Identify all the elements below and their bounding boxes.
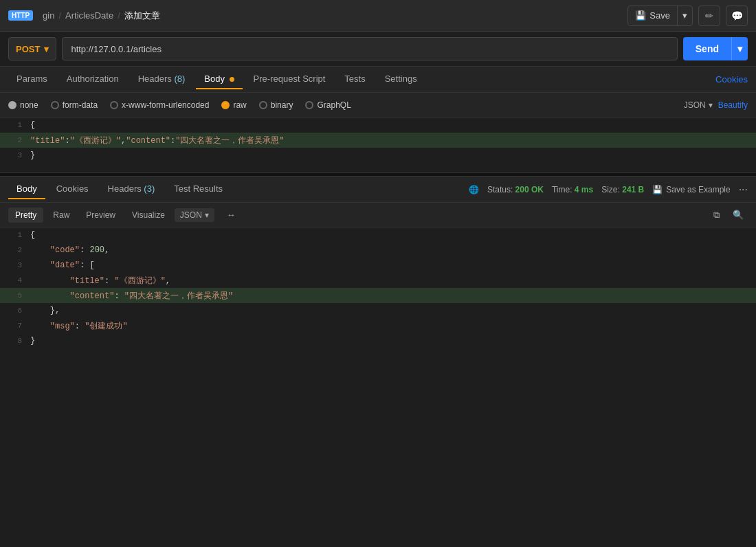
response-body-editor: 1 { 2 "code": 200, 3 "date": [ 4 "title"… [0, 227, 756, 348]
fmt-tab-raw[interactable]: Raw [46, 208, 76, 223]
url-bar: POST ▾ Send ▾ [0, 32, 756, 67]
response-header: Body Cookies Headers (3) Test Results 🌐 … [0, 177, 756, 203]
breadcrumb-gin[interactable]: gin [43, 10, 54, 21]
time-value: 4 ms [575, 185, 593, 194]
breadcrumb-sep-2: / [118, 10, 120, 21]
method-label: POST [16, 44, 40, 54]
resp-line-4: 4 "title": "《西游记》", [0, 273, 756, 288]
radio-raw [221, 101, 230, 109]
format-select[interactable]: JSON ▾ [175, 208, 214, 222]
tab-params[interactable]: Params [8, 69, 56, 89]
tab-settings[interactable]: Settings [377, 69, 425, 89]
option-raw[interactable]: raw [221, 100, 246, 110]
body-dot [230, 77, 234, 82]
cookies-link[interactable]: Cookies [715, 74, 748, 85]
app-logo: HTTP [8, 10, 33, 21]
beautify-button[interactable]: Beautify [718, 100, 748, 110]
method-select[interactable]: POST ▾ [8, 37, 56, 60]
send-main[interactable]: Send [683, 37, 732, 60]
tab-tests[interactable]: Tests [336, 69, 373, 89]
resp-line-6: 6 }, [0, 303, 756, 318]
search-button[interactable]: 🔍 [729, 207, 748, 223]
pencil-button[interactable]: ✏ [698, 5, 720, 26]
resp-line-8: 8 } [0, 333, 756, 348]
radio-urlencoded [110, 101, 118, 109]
json-chevron-icon: ▾ [709, 100, 713, 110]
resp-tab-body[interactable]: Body [8, 179, 45, 199]
breadcrumb: gin / ArticlesDate / 添加文章 [43, 10, 160, 22]
resp-line-7: 7 "msg": "创建成功" [0, 318, 756, 333]
response-status: 🌐 Status: 200 OK Time: 4 ms Size: 241 B … [469, 183, 748, 196]
save-example-button[interactable]: 💾 Save as Example [652, 185, 730, 194]
search-icon: 🔍 [733, 210, 744, 220]
radio-binary [259, 101, 267, 109]
option-binary[interactable]: binary [259, 100, 293, 110]
resp-tab-testresults[interactable]: Test Results [166, 179, 231, 199]
req-line-2: 2 "title":"《西游记》","content":"四大名著之一，作者吴承… [0, 133, 756, 148]
option-graphql[interactable]: GraphQL [305, 100, 351, 110]
radio-none [8, 101, 16, 109]
fmt-tab-visualize[interactable]: Visualize [125, 208, 172, 223]
status-value: 200 OK [515, 185, 544, 194]
wrap-button[interactable]: ↔ [221, 207, 241, 223]
response-format-bar: Pretty Raw Preview Visualize JSON ▾ ↔ ⧉ … [0, 203, 756, 227]
save-dropdown-arrow[interactable]: ▾ [678, 6, 692, 25]
format-chevron-icon: ▾ [205, 210, 209, 220]
top-bar: HTTP gin / ArticlesDate / 添加文章 💾 Save ▾ … [0, 0, 756, 32]
copy-icon: ⧉ [713, 210, 720, 221]
url-input[interactable] [62, 37, 677, 60]
save-icon: 💾 [635, 10, 646, 21]
tab-body[interactable]: Body [196, 69, 242, 89]
tab-prerequest[interactable]: Pre-request Script [245, 69, 334, 89]
top-bar-actions: 💾 Save ▾ ✏ 💬 [627, 5, 748, 26]
copy-button[interactable]: ⧉ [707, 207, 726, 223]
resp-line-1: 1 { [0, 227, 756, 243]
resp-line-2: 2 "code": 200, [0, 243, 756, 258]
size-value: 241 B [622, 185, 644, 194]
save-button[interactable]: 💾 Save ▾ [627, 5, 693, 26]
method-chevron-icon: ▾ [44, 44, 49, 54]
request-body-editor[interactable]: 1 { 2 "title":"《西游记》","content":"四大名著之一，… [0, 118, 756, 172]
resp-line-5: 5 "content": "四大名著之一，作者吴承恩" [0, 288, 756, 303]
fmt-tab-pretty[interactable]: Pretty [8, 208, 43, 223]
more-options-button[interactable]: ··· [739, 183, 748, 196]
send-label: Send [696, 43, 719, 54]
comment-icon: 💬 [731, 10, 743, 21]
breadcrumb-articlesdate[interactable]: ArticlesDate [65, 10, 113, 21]
body-options-right: JSON ▾ Beautify [684, 100, 748, 110]
body-options: none form-data x-www-form-urlencoded raw… [0, 93, 756, 118]
resp-tab-cookies[interactable]: Cookies [48, 179, 97, 199]
resp-tab-headers[interactable]: Headers (3) [100, 179, 164, 199]
pencil-icon: ✏ [705, 10, 713, 21]
option-formdata[interactable]: form-data [51, 100, 98, 110]
req-line-3: 3 } [0, 148, 756, 163]
save-icon: 💾 [652, 185, 663, 194]
send-chevron-icon: ▾ [737, 43, 742, 54]
chevron-down-icon: ▾ [682, 10, 687, 21]
globe-icon: 🌐 [469, 185, 479, 194]
format-right-actions: ⧉ 🔍 [707, 207, 748, 223]
tab-authorization[interactable]: Authorization [58, 69, 127, 89]
comment-button[interactable]: 💬 [726, 5, 748, 26]
send-dropdown[interactable]: ▾ [732, 37, 748, 60]
breadcrumb-current: 添加文章 [124, 10, 160, 22]
breadcrumb-sep-1: / [58, 10, 61, 21]
save-main[interactable]: 💾 Save [628, 6, 678, 25]
json-format-select[interactable]: JSON ▾ [684, 100, 713, 110]
save-label: Save [649, 10, 670, 21]
tab-headers[interactable]: Headers (8) [130, 69, 194, 89]
radio-graphql [305, 101, 313, 109]
wrap-icon: ↔ [226, 210, 235, 220]
option-urlencoded[interactable]: x-www-form-urlencoded [110, 100, 209, 110]
fmt-tab-preview[interactable]: Preview [79, 208, 122, 223]
send-button[interactable]: Send ▾ [683, 37, 748, 60]
radio-formdata [51, 101, 59, 109]
req-line-1: 1 { [0, 118, 756, 133]
request-tabs: Params Authorization Headers (8) Body Pr… [0, 67, 756, 93]
option-none[interactable]: none [8, 100, 38, 110]
resp-line-3: 3 "date": [ [0, 258, 756, 273]
